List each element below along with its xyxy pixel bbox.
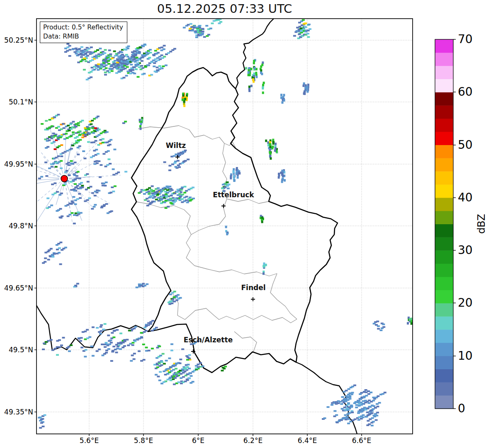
canton-border [136,202,191,258]
product-info-box: Product: 0.5° Reflectivity Data: RMIB [40,22,127,43]
x-tick-label: 5.8°E [125,436,162,445]
colorbar-tick-label: 10 [458,349,473,363]
country-border [131,68,338,373]
radar-figure: 05.12.2025 07:33 UTC Product: 0.5° Refle… [0,0,491,448]
city-marker [251,297,255,301]
x-tick-label: 5.6°E [70,436,108,445]
figure-title: 05.12.2025 07:33 UTC [36,2,413,16]
x-tick-label: 6°E [180,436,217,445]
city-label: Esch/Alzette [175,336,241,344]
colorbar-tick-label: 20 [458,295,473,310]
plot-frame [36,19,413,434]
canton-border [227,199,269,203]
canton-border [191,216,226,235]
colorbar-tick-label: 60 [458,85,473,99]
canton-border [171,291,297,323]
x-tick-label: 6.2°E [234,436,272,445]
product-line: Product: 0.5° Reflectivity [43,23,123,32]
map-canvas [0,0,491,448]
y-tick-label: 50.25°N [0,36,33,44]
canton-border [270,274,297,319]
city-label: Wiltz [143,141,209,150]
colorbar-unit-label: dBZ [470,209,491,238]
colorbar-tick-label: 40 [458,190,473,205]
echo-layer [38,16,412,429]
y-tick-label: 50.1°N [0,98,33,106]
radar-site-dot [61,175,68,182]
city-label: Ettelbruck [200,191,267,199]
city-label: Findel [220,283,287,292]
data-source-line: Data: RMIB [43,32,123,41]
colorbar-tick-label: 50 [458,138,473,153]
y-tick-label: 49.65°N [0,284,33,292]
y-tick-label: 49.5°N [0,346,33,354]
y-tick-label: 49.8°N [0,222,33,230]
colorbar-tick-label: 0 [458,401,465,416]
colorbar-tick-label: 70 [458,32,473,47]
y-tick-label: 49.35°N [0,408,33,416]
y-tick-label: 49.95°N [0,160,33,168]
x-tick-label: 6.4°E [289,436,326,445]
border-layer [36,19,357,434]
x-tick-label: 6.6°E [343,436,380,445]
colorbar-tick-label: 30 [458,243,473,258]
colorbar [435,39,456,409]
gridlines [36,19,413,434]
